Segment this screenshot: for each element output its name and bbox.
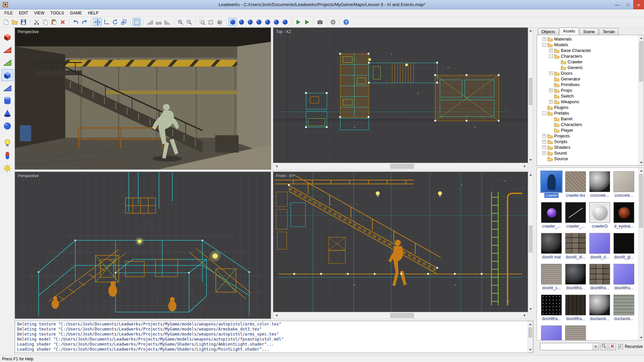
scroll-left-button[interactable] xyxy=(273,163,279,169)
console-panel[interactable]: Deleting texture "C:/Users/Josh/Document… xyxy=(15,321,533,353)
viewport-perspective-wireframe[interactable]: Perspective xyxy=(15,172,271,319)
slope-down-tool[interactable] xyxy=(163,18,171,26)
solid-view-button[interactable] xyxy=(215,18,224,26)
tab-objects[interactable]: Objects xyxy=(538,28,559,35)
brush-wedge-blue[interactable] xyxy=(1,82,13,94)
maximize-button[interactable]: □ xyxy=(623,0,633,9)
menu-item[interactable]: EDIT xyxy=(16,10,31,16)
asset-thumbnail[interactable]: doorlitfra... xyxy=(564,295,587,321)
tree-expander[interactable]: - xyxy=(542,111,546,115)
tree-item[interactable]: Primitives xyxy=(538,82,638,87)
asset-thumbnail[interactable]: doorlitfra... xyxy=(564,264,587,290)
tree-item[interactable]: - Models xyxy=(538,42,638,48)
scroll-right-button[interactable] xyxy=(522,312,528,318)
zoom-out-button[interactable] xyxy=(185,18,193,26)
copy-button[interactable] xyxy=(41,18,49,26)
tree-expander[interactable]: + xyxy=(542,134,546,138)
tree-expander[interactable]: - xyxy=(549,54,553,58)
vscroll-thumb[interactable] xyxy=(529,78,532,105)
top-viewport-hscrollbar[interactable] xyxy=(273,163,528,170)
tree-item[interactable]: + Materials xyxy=(538,36,638,42)
vscroll-thumb[interactable] xyxy=(529,327,532,338)
zoom-select-tool[interactable] xyxy=(132,18,141,26)
scroll-down-button[interactable] xyxy=(639,160,644,165)
search-button[interactable] xyxy=(600,343,607,350)
asset-thumbnail[interactable]: doorlit_d... xyxy=(588,233,611,259)
asset-thumbnail[interactable]: crawlerD xyxy=(588,202,611,229)
screenshot-button[interactable] xyxy=(316,18,324,26)
scroll-up-button[interactable] xyxy=(639,168,644,173)
zoom-in-button[interactable] xyxy=(176,18,184,26)
zoom-extents-button[interactable] xyxy=(198,18,206,26)
tree-expander[interactable]: + xyxy=(542,37,546,41)
console-vscrollbar[interactable] xyxy=(528,321,533,353)
scroll-down-button[interactable] xyxy=(639,335,644,340)
asset-thumbnail[interactable]: crawler_... xyxy=(564,202,587,229)
slope-up-tool[interactable] xyxy=(146,18,154,26)
vscroll-thumb[interactable] xyxy=(529,226,532,252)
new-button[interactable] xyxy=(2,18,10,26)
tree-item[interactable]: + Weapons xyxy=(538,99,638,105)
clear-search-button[interactable] xyxy=(609,343,616,350)
translate-tool[interactable] xyxy=(102,18,110,26)
vscroll-thumb[interactable] xyxy=(639,174,643,228)
run-game-button[interactable] xyxy=(294,18,302,26)
asset-thumbnail[interactable]: crawler_... xyxy=(540,202,563,229)
select-tool[interactable] xyxy=(93,18,102,26)
asset-thumbnail[interactable]: doorlitfra... xyxy=(540,295,563,321)
tree-item[interactable]: Plugins xyxy=(538,105,638,110)
brush-wedge-green[interactable] xyxy=(1,56,13,68)
brush-box-blue[interactable] xyxy=(1,69,13,81)
tree-item[interactable]: + Doors xyxy=(538,70,638,76)
asset-thumbnail[interactable]: concrete... xyxy=(588,171,611,198)
asset-thumbnail[interactable]: doorlitfra... xyxy=(612,264,636,290)
cut-button[interactable] xyxy=(32,18,41,26)
save-button[interactable] xyxy=(19,18,28,26)
asset-thumbnail[interactable]: ductwork... xyxy=(588,295,611,321)
open-button[interactable] xyxy=(10,18,19,26)
asset-thumbnail[interactable]: crawler.tex xyxy=(564,171,587,198)
asset-thumbnail[interactable]: doorlit_gl... xyxy=(612,233,636,259)
tree-item[interactable]: - Characters xyxy=(538,53,638,59)
vscroll-thumb[interactable] xyxy=(639,41,643,81)
menu-item[interactable]: FILE xyxy=(1,10,16,16)
viewport-top-xz[interactable]: ××××× Top - XZ xyxy=(273,27,528,163)
top-viewport-vscrollbar[interactable] xyxy=(528,27,533,163)
tab-assets[interactable]: Assets xyxy=(559,27,579,35)
tree-item[interactable]: Player xyxy=(538,127,638,133)
scroll-left-button[interactable] xyxy=(273,312,279,318)
scroll-up-button[interactable] xyxy=(528,321,533,327)
redo-button[interactable] xyxy=(80,18,89,26)
tree-item[interactable]: + Props xyxy=(538,87,638,93)
asset-thumbnail[interactable]: concrete... xyxy=(612,171,636,198)
camera-right-button[interactable] xyxy=(263,18,272,26)
camera-front-button[interactable] xyxy=(237,18,246,26)
brush-sphere-blue[interactable] xyxy=(1,120,13,132)
camera-back-button[interactable] xyxy=(246,18,254,26)
scroll-up-button[interactable] xyxy=(528,172,533,177)
tree-item[interactable]: Switch xyxy=(538,93,638,99)
hscroll-thumb[interactable] xyxy=(390,164,414,169)
light-directional[interactable] xyxy=(1,162,13,174)
menu-item[interactable]: VIEW xyxy=(31,10,48,16)
tree-item[interactable]: Generic xyxy=(538,65,638,70)
tree-item[interactable]: Source xyxy=(538,156,638,162)
tree-item[interactable]: Crawler xyxy=(538,59,638,65)
scale-tool[interactable] xyxy=(119,18,128,26)
slope-flat-tool[interactable] xyxy=(154,18,163,26)
asset-filter-combo[interactable] xyxy=(540,343,599,350)
tree-item[interactable]: + Scripts xyxy=(538,139,638,144)
tree-item[interactable]: + Shaders xyxy=(538,144,638,150)
wireframe-view-button[interactable] xyxy=(207,18,215,26)
tree-item[interactable]: + Sound xyxy=(538,150,638,156)
tree-item[interactable]: Characters xyxy=(538,122,638,127)
tree-item[interactable]: + Base Character xyxy=(538,48,638,53)
menu-item[interactable]: TOOLS xyxy=(47,10,67,16)
asset-thumbnail[interactable]: doorlit_s... xyxy=(540,264,563,290)
asset-thumbnail[interactable]: d_eyebal... xyxy=(612,202,636,229)
asset-thumbnail[interactable]: doorlitfra... xyxy=(588,264,611,290)
scroll-up-button[interactable] xyxy=(639,35,644,41)
rotate-tool[interactable] xyxy=(111,18,119,26)
asset-thumbnail[interactable] xyxy=(564,325,587,341)
tree-expander[interactable]: - xyxy=(542,43,546,47)
